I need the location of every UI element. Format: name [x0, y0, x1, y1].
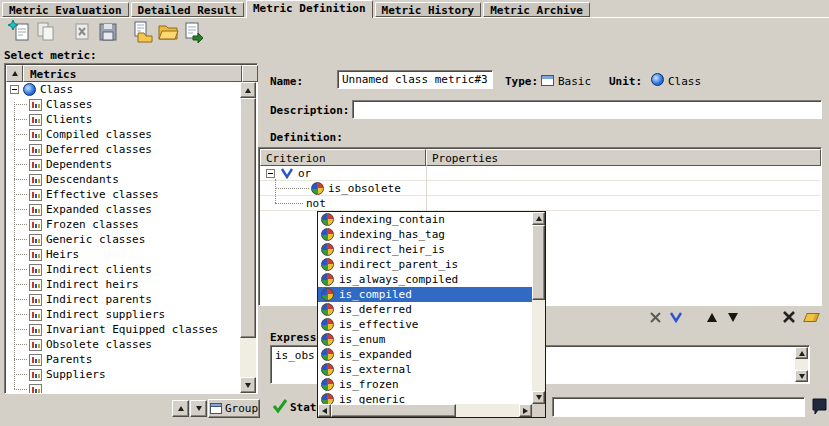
move-criterion-up-button[interactable]	[704, 309, 720, 325]
scrollbar-thumb[interactable]	[331, 404, 456, 417]
collapse-icon[interactable]	[266, 169, 275, 178]
properties-column-header[interactable]: Properties	[426, 149, 821, 166]
comment-bubble-icon[interactable]	[811, 396, 828, 417]
tree-item-clients[interactable]: Clients	[6, 112, 242, 127]
metric-icon	[29, 129, 42, 141]
tree-item-indirect-clients[interactable]: Indirect clients	[6, 262, 242, 277]
clear-definition-button[interactable]	[802, 309, 820, 325]
tree-item-partial[interactable]	[6, 382, 242, 393]
tree-item-frozen-classes[interactable]: Frozen classes	[6, 217, 242, 232]
name-field[interactable]: Unnamed class metric#3	[337, 70, 493, 89]
dropdown-item-label: indirect_parent_is	[339, 258, 458, 271]
dropdown-hscrollbar[interactable]	[318, 404, 532, 417]
tab-label: Metric History	[382, 4, 475, 17]
tab-detailed-result[interactable]: Detailed Result	[131, 2, 244, 17]
dropdown-item-indexing-contain[interactable]: indexing_contain	[318, 212, 532, 227]
toggle-operator-button[interactable]	[647, 309, 663, 325]
dropdown-item-is-frozen[interactable]: is_frozen	[318, 377, 532, 392]
scrollbar-thumb[interactable]	[532, 225, 545, 300]
tree-item-indirect-heirs[interactable]: Indirect heirs	[6, 277, 242, 292]
criterion-row-or[interactable]: or	[260, 166, 820, 181]
dropdown-item-is-enum[interactable]: is_enum	[318, 332, 532, 347]
tree-item-suppliers[interactable]: Suppliers	[6, 367, 242, 382]
dropdown-item-is-deferred[interactable]: is_deferred	[318, 302, 532, 317]
tree-item-label: Parents	[46, 353, 92, 366]
metric-list-scrollbar[interactable]	[240, 82, 256, 393]
collapse-icon[interactable]	[10, 85, 19, 94]
tree-item-obsolete-classes[interactable]: Obsolete classes	[6, 337, 242, 352]
dropdown-item-is-external[interactable]: is_external	[318, 362, 532, 377]
duplicate-metric-button[interactable]	[34, 20, 58, 44]
tree-item-dependents[interactable]: Dependents	[6, 157, 242, 172]
dropdown-item-indirect-heir-is[interactable]: indirect_heir_is	[318, 242, 532, 257]
import-metrics-button[interactable]	[130, 20, 154, 44]
open-file-button[interactable]	[156, 20, 180, 44]
dropdown-item-is-effective[interactable]: is_effective	[318, 317, 532, 332]
metric-icon	[29, 384, 42, 394]
tree-item-invariant-equipped-classes[interactable]: Invariant Equipped classes	[6, 322, 242, 337]
duplicate-metric-icon	[34, 20, 58, 44]
tree-item-effective-classes[interactable]: Effective classes	[6, 187, 242, 202]
tree-item-indirect-suppliers[interactable]: Indirect suppliers	[6, 307, 242, 322]
scroll-left-button[interactable]	[318, 404, 331, 417]
expression-scrollbar[interactable]	[795, 347, 808, 382]
tree-line	[14, 329, 27, 330]
tab-metric-evaluation[interactable]: Metric Evaluation	[2, 2, 129, 17]
metric-icon	[29, 219, 42, 231]
tree-line	[14, 314, 27, 315]
criterion-column-header[interactable]: Criterion	[260, 149, 426, 166]
move-criterion-down-button[interactable]	[725, 309, 741, 325]
dropdown-item-indexing-has-tag[interactable]: indexing_has_tag	[318, 227, 532, 242]
move-metric-down-button[interactable]	[190, 400, 207, 417]
criterion-dropdown: indexing_contain indexing_has_tag indire…	[317, 211, 546, 418]
new-metric-button[interactable]	[8, 20, 32, 44]
tab-metric-definition[interactable]: Metric Definition	[246, 0, 373, 18]
tab-metric-history[interactable]: Metric History	[375, 2, 482, 17]
description-field[interactable]	[352, 100, 822, 119]
tree-item-label: Dependents	[46, 158, 112, 171]
move-metric-up-button[interactable]	[172, 400, 189, 417]
dropdown-item-is-compiled[interactable]: is_compiled	[318, 287, 532, 302]
tree-item-deferred-classes[interactable]: Deferred classes	[6, 142, 242, 157]
metrics-column-header[interactable]: Metrics	[23, 65, 242, 82]
dropdown-vscrollbar[interactable]	[532, 212, 545, 404]
tree-item-parents[interactable]: Parents	[6, 352, 242, 367]
metric-tree: Class Classes Clients Compiled classes D…	[6, 82, 242, 393]
criterion-icon	[321, 333, 334, 346]
scroll-down-button[interactable]	[240, 377, 256, 393]
or-operator-button[interactable]	[668, 309, 684, 325]
dropdown-item-indirect-parent-is[interactable]: indirect_parent_is	[318, 257, 532, 272]
scrollbar-thumb[interactable]	[240, 98, 256, 338]
tree-item-descendants[interactable]: Descendants	[6, 172, 242, 187]
tree-item-heirs[interactable]: Heirs	[6, 247, 242, 262]
group-button[interactable]: Group	[208, 399, 260, 418]
dropdown-item-is-generic[interactable]: is_generic	[318, 392, 532, 404]
save-metric-button[interactable]	[96, 20, 120, 44]
tree-item-class[interactable]: Class	[6, 82, 242, 97]
scroll-down-button[interactable]	[532, 391, 545, 404]
status-field[interactable]	[552, 397, 805, 417]
scroll-right-button[interactable]	[519, 404, 532, 417]
scroll-down-button[interactable]	[795, 370, 808, 382]
remove-criterion-button[interactable]	[781, 309, 797, 325]
tree-item-generic-classes[interactable]: Generic classes	[6, 232, 242, 247]
dropdown-item-is-always-compiled[interactable]: is_always_compiled	[318, 272, 532, 287]
scroll-up-button[interactable]	[795, 347, 808, 359]
criterion-row-is-obsolete[interactable]: is_obsolete	[260, 181, 820, 196]
sort-header-cell[interactable]	[6, 65, 23, 82]
dropdown-item-is-expanded[interactable]: is_expanded	[318, 347, 532, 362]
tree-item-compiled-classes[interactable]: Compiled classes	[6, 127, 242, 142]
export-metrics-button[interactable]	[182, 20, 206, 44]
criterion-row-not[interactable]: not	[260, 196, 820, 211]
scroll-up-button[interactable]	[240, 82, 256, 98]
tree-item-indirect-parents[interactable]: Indirect parents	[6, 292, 242, 307]
tab-metric-archive[interactable]: Metric Archive	[483, 2, 590, 17]
tree-line	[14, 209, 27, 210]
remove-metric-button[interactable]	[70, 20, 94, 44]
metric-icon	[29, 189, 42, 201]
criterion-icon	[321, 243, 334, 256]
dropdown-item-label: is_compiled	[339, 288, 412, 301]
tree-item-classes[interactable]: Classes	[6, 97, 242, 112]
scroll-up-button[interactable]	[532, 212, 545, 225]
tree-item-expanded-classes[interactable]: Expanded classes	[6, 202, 242, 217]
